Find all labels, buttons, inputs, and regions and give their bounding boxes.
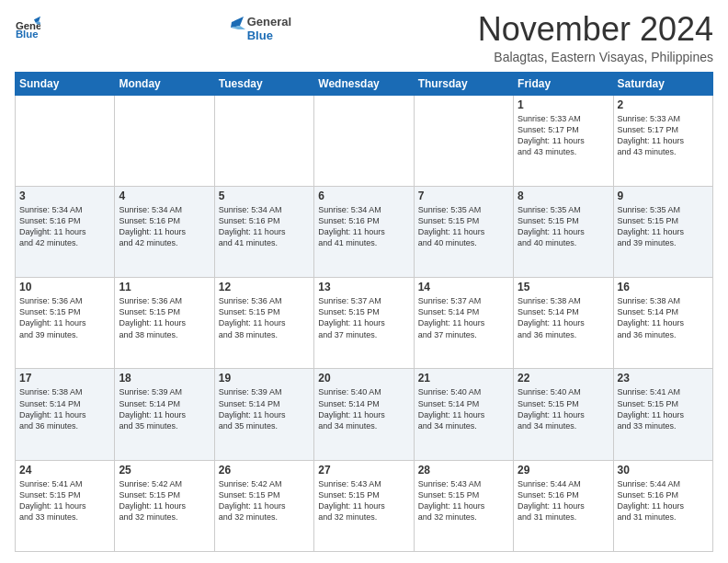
calendar-cell: 19Sunrise: 5:39 AM Sunset: 5:14 PM Dayli… [214,369,313,460]
header: General Blue General Blue November 2024 … [15,11,713,64]
page: General Blue General Blue November 2024 … [0,0,728,563]
day-number: 20 [318,372,409,385]
day-info: Sunrise: 5:35 AM Sunset: 5:15 PM Dayligh… [418,204,509,249]
day-info: Sunrise: 5:43 AM Sunset: 5:15 PM Dayligh… [318,478,409,523]
calendar-cell: 14Sunrise: 5:37 AM Sunset: 5:14 PM Dayli… [414,278,513,369]
calendar-cell [214,95,313,186]
day-number: 9 [618,190,709,202]
day-info: Sunrise: 5:33 AM Sunset: 5:17 PM Dayligh… [518,113,609,158]
day-number: 11 [119,281,210,293]
day-info: Sunrise: 5:33 AM Sunset: 5:17 PM Dayligh… [618,113,709,158]
day-info: Sunrise: 5:43 AM Sunset: 5:15 PM Dayligh… [418,478,509,523]
calendar-cell: 13Sunrise: 5:37 AM Sunset: 5:15 PM Dayli… [314,278,414,369]
logo-icon: General Blue [15,15,40,40]
calendar-table: SundayMondayTuesdayWednesdayThursdayFrid… [15,72,713,552]
calendar-cell: 17Sunrise: 5:38 AM Sunset: 5:14 PM Dayli… [16,369,115,460]
calendar-cell: 7Sunrise: 5:35 AM Sunset: 5:15 PM Daylig… [414,186,513,277]
calendar-cell: 18Sunrise: 5:39 AM Sunset: 5:14 PM Dayli… [115,369,214,460]
calendar-cell: 21Sunrise: 5:40 AM Sunset: 5:14 PM Dayli… [414,369,513,460]
calendar-cell [314,95,414,186]
weekday-header: Friday [514,72,613,95]
day-number: 19 [219,372,310,385]
location: Balagtas, Eastern Visayas, Philippines [478,50,713,64]
calendar-cell: 8Sunrise: 5:35 AM Sunset: 5:15 PM Daylig… [514,186,613,277]
calendar-cell: 2Sunrise: 5:33 AM Sunset: 5:17 PM Daylig… [613,95,712,186]
day-number: 13 [318,281,409,293]
day-number: 1 [518,98,609,111]
day-number: 2 [618,98,709,111]
day-info: Sunrise: 5:42 AM Sunset: 5:15 PM Dayligh… [119,478,210,523]
calendar-cell: 28Sunrise: 5:43 AM Sunset: 5:15 PM Dayli… [414,460,513,551]
day-number: 25 [119,464,210,477]
calendar-cell [16,95,115,186]
day-info: Sunrise: 5:38 AM Sunset: 5:14 PM Dayligh… [19,386,110,431]
calendar-cell: 30Sunrise: 5:44 AM Sunset: 5:16 PM Dayli… [613,460,712,551]
day-info: Sunrise: 5:37 AM Sunset: 5:15 PM Dayligh… [318,295,409,340]
day-info: Sunrise: 5:39 AM Sunset: 5:14 PM Dayligh… [119,386,210,431]
day-info: Sunrise: 5:37 AM Sunset: 5:14 PM Dayligh… [418,295,509,340]
calendar-cell: 23Sunrise: 5:41 AM Sunset: 5:15 PM Dayli… [613,369,712,460]
calendar-cell: 9Sunrise: 5:35 AM Sunset: 5:15 PM Daylig… [613,186,712,277]
day-number: 26 [219,464,310,477]
day-number: 3 [19,190,110,202]
day-info: Sunrise: 5:36 AM Sunset: 5:15 PM Dayligh… [119,295,210,340]
month-title: November 2024 [478,11,713,48]
day-number: 7 [418,190,509,202]
logo-general: General [247,15,291,29]
day-number: 15 [518,281,609,293]
day-info: Sunrise: 5:34 AM Sunset: 5:16 PM Dayligh… [318,204,409,249]
day-info: Sunrise: 5:34 AM Sunset: 5:16 PM Dayligh… [119,204,210,249]
calendar-cell: 1Sunrise: 5:33 AM Sunset: 5:17 PM Daylig… [514,95,613,186]
day-number: 27 [318,464,409,477]
calendar-cell [414,95,513,186]
weekday-header: Monday [115,72,214,95]
day-number: 14 [418,281,509,293]
day-number: 12 [219,281,310,293]
title-block: November 2024 Balagtas, Eastern Visayas,… [478,11,713,64]
day-number: 18 [119,372,210,385]
day-info: Sunrise: 5:41 AM Sunset: 5:15 PM Dayligh… [618,386,709,431]
day-info: Sunrise: 5:36 AM Sunset: 5:15 PM Dayligh… [19,295,110,340]
calendar-cell: 3Sunrise: 5:34 AM Sunset: 5:16 PM Daylig… [16,186,115,277]
day-info: Sunrise: 5:42 AM Sunset: 5:15 PM Dayligh… [219,478,310,523]
day-number: 8 [518,190,609,202]
weekday-header: Thursday [414,72,513,95]
day-number: 10 [19,281,110,293]
day-info: Sunrise: 5:41 AM Sunset: 5:15 PM Dayligh… [19,478,110,523]
calendar-cell: 4Sunrise: 5:34 AM Sunset: 5:16 PM Daylig… [115,186,214,277]
day-info: Sunrise: 5:44 AM Sunset: 5:16 PM Dayligh… [518,478,609,523]
calendar-cell: 27Sunrise: 5:43 AM Sunset: 5:15 PM Dayli… [314,460,414,551]
calendar-cell: 5Sunrise: 5:34 AM Sunset: 5:16 PM Daylig… [214,186,313,277]
calendar-cell [115,95,214,186]
calendar-cell: 10Sunrise: 5:36 AM Sunset: 5:15 PM Dayli… [16,278,115,369]
day-number: 16 [618,281,709,293]
day-number: 21 [418,372,509,385]
day-number: 30 [618,464,709,477]
day-number: 17 [19,372,110,385]
logo-bird-icon [227,13,245,44]
day-info: Sunrise: 5:40 AM Sunset: 5:15 PM Dayligh… [518,386,609,431]
svg-marker-5 [231,17,244,28]
calendar-cell: 22Sunrise: 5:40 AM Sunset: 5:15 PM Dayli… [514,369,613,460]
day-number: 4 [119,190,210,202]
calendar-cell: 20Sunrise: 5:40 AM Sunset: 5:14 PM Dayli… [314,369,414,460]
day-info: Sunrise: 5:40 AM Sunset: 5:14 PM Dayligh… [318,386,409,431]
day-info: Sunrise: 5:34 AM Sunset: 5:16 PM Dayligh… [19,204,110,249]
calendar-cell: 6Sunrise: 5:34 AM Sunset: 5:16 PM Daylig… [314,186,414,277]
weekday-header: Wednesday [314,72,414,95]
calendar-cell: 26Sunrise: 5:42 AM Sunset: 5:15 PM Dayli… [214,460,313,551]
calendar-cell: 29Sunrise: 5:44 AM Sunset: 5:16 PM Dayli… [514,460,613,551]
day-number: 22 [518,372,609,385]
calendar-cell: 11Sunrise: 5:36 AM Sunset: 5:15 PM Dayli… [115,278,214,369]
calendar-cell: 15Sunrise: 5:38 AM Sunset: 5:14 PM Dayli… [514,278,613,369]
logo-text-block: General Blue [227,13,291,44]
day-number: 24 [19,464,110,477]
day-info: Sunrise: 5:38 AM Sunset: 5:14 PM Dayligh… [518,295,609,340]
weekday-header: Sunday [16,72,115,95]
day-number: 23 [618,372,709,385]
calendar-cell: 24Sunrise: 5:41 AM Sunset: 5:15 PM Dayli… [16,460,115,551]
day-number: 29 [518,464,609,477]
weekday-header: Saturday [613,72,712,95]
calendar-cell: 25Sunrise: 5:42 AM Sunset: 5:15 PM Dayli… [115,460,214,551]
weekday-header: Tuesday [214,72,313,95]
